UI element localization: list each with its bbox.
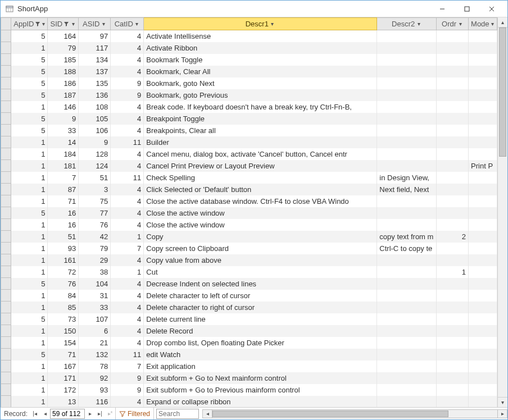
cell-Descr1[interactable]: Cancel menu, dialog box, activate 'Cance…: [144, 148, 377, 160]
cell-Ordr[interactable]: [437, 42, 469, 54]
cell-CatID[interactable]: 11: [111, 136, 144, 148]
cell-Mode[interactable]: [469, 313, 497, 325]
cell-AppID[interactable]: 5: [11, 77, 48, 89]
cell-ASID[interactable]: 107: [79, 313, 111, 325]
cell-Ordr[interactable]: [437, 125, 469, 136]
row-selector[interactable]: [1, 66, 11, 77]
row-selector[interactable]: [1, 113, 11, 125]
table-row[interactable]: 11461084Break code. If keyboard doesn't …: [1, 101, 497, 113]
cell-Descr1[interactable]: Builder: [144, 136, 377, 148]
cell-Mode[interactable]: [469, 136, 497, 148]
row-selector[interactable]: [1, 360, 11, 372]
cell-SID[interactable]: 154: [48, 337, 79, 349]
cell-ASID[interactable]: 77: [79, 207, 111, 219]
table-row[interactable]: 171754Close the active database window. …: [1, 195, 497, 207]
cell-AppID[interactable]: 1: [11, 290, 48, 302]
cell-CatID[interactable]: 4: [111, 254, 144, 266]
cell-AppID[interactable]: 1: [11, 243, 48, 254]
table-row[interactable]: 11841284Cancel menu, dialog box, activat…: [1, 148, 497, 160]
cell-Descr2[interactable]: [377, 136, 437, 148]
cell-AppID[interactable]: 1: [11, 337, 48, 349]
cell-Ordr[interactable]: [437, 290, 469, 302]
cell-AppID[interactable]: 1: [11, 136, 48, 148]
cell-Ordr[interactable]: [437, 337, 469, 349]
scroll-track[interactable]: [498, 28, 507, 397]
row-selector[interactable]: [1, 266, 11, 278]
cell-Descr1[interactable]: Copy: [144, 231, 377, 243]
cell-AppID[interactable]: 5: [11, 54, 48, 66]
row-selector[interactable]: [1, 184, 11, 195]
cell-Ordr[interactable]: [437, 360, 469, 372]
cell-CatID[interactable]: 4: [111, 396, 144, 408]
cell-SID[interactable]: 93: [48, 243, 79, 254]
row-selector[interactable]: [1, 89, 11, 101]
cell-Ordr[interactable]: [437, 243, 469, 254]
cell-SID[interactable]: 87: [48, 184, 79, 195]
table-row[interactable]: 18734Click Selected or 'Default' buttonN…: [1, 184, 497, 195]
cell-Descr1[interactable]: Expand or collapse ribbon: [144, 396, 377, 408]
cell-ASID[interactable]: 134: [79, 54, 111, 66]
table-row[interactable]: 51851344Bookmark Toggle: [1, 54, 497, 66]
hscroll-left-arrow[interactable]: ◂: [202, 409, 212, 418]
cell-CatID[interactable]: 4: [111, 30, 144, 42]
cell-SID[interactable]: 71: [48, 349, 79, 360]
row-selector[interactable]: [1, 148, 11, 160]
cell-Mode[interactable]: [469, 266, 497, 278]
cell-Ordr[interactable]: [437, 148, 469, 160]
cell-Descr2[interactable]: [377, 77, 437, 89]
horizontal-scrollbar[interactable]: ◂ ▸: [202, 409, 507, 418]
cell-Descr1[interactable]: Breakpoint Toggle: [144, 113, 377, 125]
cell-AppID[interactable]: 5: [11, 349, 48, 360]
cell-AppID[interactable]: 5: [11, 278, 48, 290]
cell-Mode[interactable]: [469, 384, 497, 396]
cell-Mode[interactable]: Print P: [469, 160, 497, 172]
table-row[interactable]: 193797Copy screen to ClipboardCtrl-C to …: [1, 243, 497, 254]
row-selector[interactable]: [1, 136, 11, 148]
cell-Descr1[interactable]: Bookmark, goto Previous: [144, 89, 377, 101]
cell-Ordr[interactable]: [437, 325, 469, 337]
search-input[interactable]: [156, 409, 199, 419]
cell-Descr2[interactable]: [377, 195, 437, 207]
cell-Ordr[interactable]: [437, 66, 469, 77]
cell-CatID[interactable]: 7: [111, 360, 144, 372]
cell-Descr1[interactable]: Bookmark, goto Next: [144, 77, 377, 89]
cell-ASID[interactable]: 9: [79, 136, 111, 148]
cell-Ordr[interactable]: [437, 396, 469, 408]
table-row[interactable]: 175111Check Spellingin Design View,: [1, 172, 497, 184]
cell-Descr2[interactable]: Ctrl-C to copy te: [377, 243, 437, 254]
cell-Descr1[interactable]: Delete character to right of cursor: [144, 302, 377, 313]
row-selector[interactable]: [1, 219, 11, 231]
cell-Ordr[interactable]: [437, 349, 469, 360]
cell-CatID[interactable]: 4: [111, 66, 144, 77]
table-row[interactable]: 5164974Activate Intellisense: [1, 30, 497, 42]
cell-Descr2[interactable]: [377, 160, 437, 172]
nav-new-button[interactable]: ▸*: [105, 409, 115, 419]
row-selector[interactable]: [1, 313, 11, 325]
cell-CatID[interactable]: 4: [111, 42, 144, 54]
cell-Descr1[interactable]: Close the active window: [144, 219, 377, 231]
table-row[interactable]: 5761044Decrease Indent on selected lines: [1, 278, 497, 290]
cell-Descr1[interactable]: Decrease Indent on selected lines: [144, 278, 377, 290]
cell-CatID[interactable]: 4: [111, 325, 144, 337]
cell-Descr2[interactable]: [377, 89, 437, 101]
table-row[interactable]: 184314Delete character to left of cursor: [1, 290, 497, 302]
hscroll-right-arrow[interactable]: ▸: [497, 409, 507, 418]
cell-ASID[interactable]: 42: [79, 231, 111, 243]
hscroll-thumb[interactable]: [212, 410, 448, 417]
cell-CatID[interactable]: 4: [111, 125, 144, 136]
cell-SID[interactable]: 161: [48, 254, 79, 266]
row-selector[interactable]: [1, 278, 11, 290]
table-row[interactable]: 591054Breakpoint Toggle: [1, 113, 497, 125]
cell-ASID[interactable]: 128: [79, 148, 111, 160]
cell-ASID[interactable]: 76: [79, 219, 111, 231]
cell-Descr2[interactable]: [377, 337, 437, 349]
table-row[interactable]: 116764Close the active window: [1, 219, 497, 231]
column-header-ASID[interactable]: ASID▾: [79, 18, 111, 30]
cell-Mode[interactable]: [469, 278, 497, 290]
cell-Descr1[interactable]: Copy screen to Clipboard: [144, 243, 377, 254]
cell-AppID[interactable]: 5: [11, 66, 48, 77]
cell-Ordr[interactable]: [437, 219, 469, 231]
cell-Mode[interactable]: [469, 172, 497, 184]
cell-SID[interactable]: 185: [48, 54, 79, 66]
cell-SID[interactable]: 72: [48, 266, 79, 278]
